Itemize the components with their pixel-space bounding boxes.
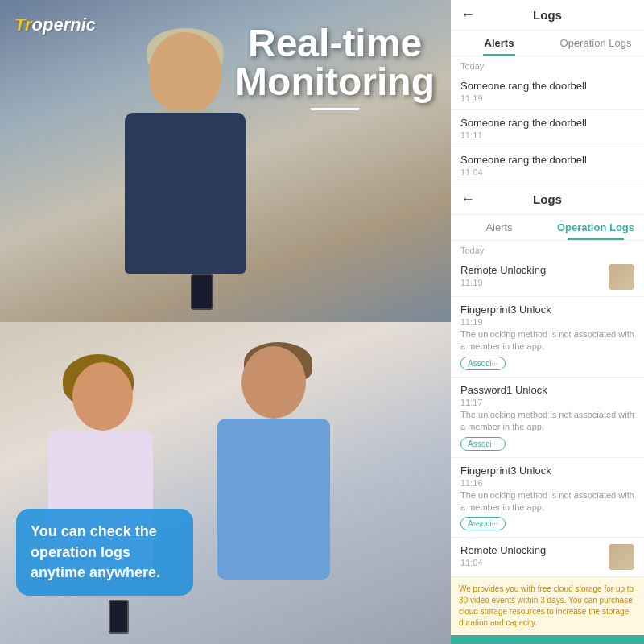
back-button-2[interactable]: ← bbox=[460, 191, 475, 208]
headline-line1: Real-time bbox=[235, 24, 435, 63]
purchase-button[interactable]: Purchase value-added services bbox=[451, 635, 644, 644]
log-title: Fingerprint3 Unlock bbox=[460, 303, 634, 316]
logs-header-1: ← Logs bbox=[451, 0, 644, 31]
tab-alerts-2[interactable]: Alerts bbox=[451, 215, 547, 240]
brand-logo: Tropernic bbox=[14, 14, 96, 35]
logs-screen-1: ← Logs Alerts Operation Logs Today Someo… bbox=[451, 0, 644, 184]
headline-line2: Monitoring bbox=[235, 63, 435, 101]
log-title: Remote Unlocking bbox=[460, 544, 604, 556]
logs-tabs-1: Alerts Operation Logs bbox=[451, 31, 644, 56]
banner-text: We provides you with free cloud storage … bbox=[459, 584, 634, 627]
logs-header-2: ← Logs bbox=[451, 184, 644, 215]
woman-head bbox=[72, 362, 133, 431]
associ-badge[interactable]: Associ··· bbox=[460, 437, 506, 451]
log-item-title: Someone rang the doorbell bbox=[460, 117, 634, 129]
left-panel: Tropernic Real-time Monitoring bbox=[0, 0, 451, 644]
log-item-1-1: Someone rang the doorbell 11:19 bbox=[451, 73, 644, 110]
log-thumbnail bbox=[609, 544, 634, 570]
couple-figure bbox=[24, 338, 346, 644]
couple-man-shirt bbox=[217, 419, 330, 580]
log-item-2-4: Remote Unlocking 11:04 bbox=[451, 538, 644, 577]
man-shirt bbox=[125, 113, 246, 274]
couple-man-head bbox=[242, 346, 306, 419]
log-item-time: 11:11 bbox=[460, 130, 634, 140]
log-time: 11:04 bbox=[460, 558, 604, 568]
woman-phone bbox=[109, 600, 129, 634]
man-head bbox=[149, 32, 221, 113]
headline: Real-time Monitoring bbox=[235, 24, 435, 110]
tab-operation-logs-2[interactable]: Operation Logs bbox=[547, 215, 644, 240]
right-panel: ← Logs Alerts Operation Logs Today Someo… bbox=[451, 0, 644, 644]
logo-suffix: opernic bbox=[32, 14, 96, 35]
log-thumbnail bbox=[609, 264, 634, 290]
bottom-banner: We provides you with free cloud storage … bbox=[451, 577, 644, 635]
log-item-time: 11:19 bbox=[460, 93, 634, 103]
log-desc: The unlocking method is not associated w… bbox=[460, 328, 634, 353]
log-item-1-2: Someone rang the doorbell 11:11 bbox=[451, 110, 644, 147]
tab-alerts-1[interactable]: Alerts bbox=[451, 31, 547, 56]
log-title: Fingerprint3 Unlock bbox=[460, 464, 634, 477]
logs-title-1: Logs bbox=[533, 8, 562, 22]
log-content: Remote Unlocking 11:19 bbox=[460, 264, 604, 287]
photo-top: Tropernic Real-time Monitoring bbox=[0, 0, 451, 322]
back-button-1[interactable]: ← bbox=[460, 6, 475, 23]
log-row: Remote Unlocking 11:19 bbox=[460, 264, 634, 290]
log-content: Remote Unlocking 11:04 bbox=[460, 544, 604, 568]
associ-badge[interactable]: Associ··· bbox=[460, 357, 506, 370]
logo-prefix: Tr bbox=[14, 14, 32, 35]
log-time: 11:16 bbox=[460, 478, 634, 488]
log-item-1-3: Someone rang the doorbell 11:04 bbox=[451, 147, 644, 184]
log-title: Password1 Unlock bbox=[460, 384, 634, 396]
log-item-title: Someone rang the doorbell bbox=[460, 154, 634, 166]
associ-badge[interactable]: Associ··· bbox=[460, 517, 506, 530]
log-item-title: Someone rang the doorbell bbox=[460, 80, 634, 92]
logs-title-2: Logs bbox=[533, 192, 562, 206]
speech-bubble: You can check the operation logs anytime… bbox=[16, 509, 193, 596]
log-item-2-0: Remote Unlocking 11:19 bbox=[451, 258, 644, 297]
log-time: 11:19 bbox=[460, 317, 634, 327]
log-time: 11:19 bbox=[460, 278, 604, 287]
photo-bottom: You can check the operation logs anytime… bbox=[0, 322, 451, 644]
logs-screen-2: ← Logs Alerts Operation Logs Today Remot… bbox=[451, 184, 644, 644]
log-row: Remote Unlocking 11:04 bbox=[460, 544, 634, 570]
log-time: 11:17 bbox=[460, 398, 634, 407]
tab-operation-logs-1[interactable]: Operation Logs bbox=[547, 31, 644, 56]
headline-divider bbox=[311, 108, 359, 110]
log-item-2-1: Fingerprint3 Unlock 11:19 The unlocking … bbox=[451, 297, 644, 378]
speech-bubble-text: You can check the operation logs anytime… bbox=[31, 522, 179, 583]
log-desc: The unlocking method is not associated w… bbox=[460, 409, 634, 434]
section-today-1: Today bbox=[451, 56, 644, 73]
section-today-2: Today bbox=[451, 241, 644, 258]
log-item-time: 11:04 bbox=[460, 167, 634, 177]
man-phone bbox=[191, 274, 213, 310]
logs-tabs-2: Alerts Operation Logs bbox=[451, 215, 644, 241]
log-item-2-2: Password1 Unlock 11:17 The unlocking met… bbox=[451, 378, 644, 458]
log-title: Remote Unlocking bbox=[460, 264, 604, 276]
log-desc: The unlocking method is not associated w… bbox=[460, 489, 634, 514]
log-item-2-3: Fingerprint3 Unlock 11:16 The unlocking … bbox=[451, 458, 644, 539]
